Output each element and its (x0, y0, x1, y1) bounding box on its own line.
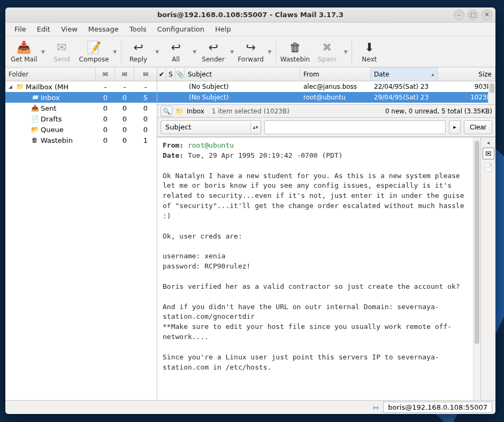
sender-button[interactable]: ↩Sender (198, 38, 228, 66)
folder-row-sent[interactable]: 📤Sent000 (5, 103, 157, 113)
col-mark[interactable]: ✔ (157, 67, 166, 81)
msg-date: 22/04/95(Sat) 23 (371, 83, 438, 90)
col-size[interactable]: Size (438, 67, 495, 81)
folder-count: 0 (134, 115, 157, 123)
folder-row-wastebin[interactable]: 🗑Wastebin001 (5, 135, 157, 145)
minimize-button[interactable]: – (454, 10, 464, 20)
folder-row-queue[interactable]: 📂Queue000 (5, 124, 157, 135)
toolbar-button-label: Wastebin (280, 56, 310, 63)
toolbar-separator (352, 41, 352, 63)
col-attachment-icon[interactable]: 📎 (175, 67, 185, 81)
toolbar-separator (121, 41, 121, 63)
folder-name: Mailbox (MH (26, 83, 68, 91)
toolbar-dropdown-arrow[interactable]: ▼ (228, 38, 236, 66)
side-tab-text[interactable]: ✉ (483, 148, 494, 159)
folder-count: 0 (96, 136, 115, 144)
menu-view[interactable]: View (56, 24, 82, 35)
get-mail-button[interactable]: 📥Get Mail (9, 38, 40, 66)
from-value: root@ubuntu (188, 141, 234, 149)
message-view-wrap: From: root@ubuntu Date: Tue, 29 Apr 1995… (157, 137, 495, 400)
side-tab-prev[interactable]: ◂ (487, 140, 490, 145)
message-list-scrollbar[interactable] (488, 81, 495, 104)
toolbar-dropdown-arrow[interactable]: ▼ (154, 38, 161, 66)
next-button[interactable]: ⬇Next (354, 38, 384, 66)
toolbar-dropdown-arrow[interactable]: ▼ (191, 38, 198, 66)
send-button: ✉Send (47, 38, 77, 66)
info-folder-label: Inbox (187, 108, 204, 115)
folder-icon: 📁 (175, 108, 184, 115)
folder-col-total-icon[interactable]: ✉ (134, 67, 157, 81)
folder-icon: 📂 (31, 126, 39, 133)
folder-col-unread-icon[interactable]: ✉ (115, 67, 134, 81)
menubar: File Edit View Message Tools Configurati… (5, 22, 495, 36)
menu-tools[interactable]: Tools (125, 24, 151, 35)
maximize-button[interactable]: □ (468, 10, 478, 20)
search-field-select[interactable]: Subject ▴▾ (161, 120, 261, 134)
search-expand-button[interactable]: ▸ (449, 120, 461, 134)
reply-button[interactable]: ↩Reply (124, 38, 154, 66)
msg-from: root@ubuntu (300, 94, 371, 101)
folder-name: Queue (41, 126, 64, 134)
message-list: (No Subject)alec@janus.boss22/04/95(Sat)… (157, 81, 495, 105)
folder-header-label[interactable]: Folder (5, 67, 96, 81)
clear-button[interactable]: Clear (464, 120, 492, 134)
toolbar-dropdown-arrow[interactable]: ▼ (111, 38, 119, 66)
message-side-tabs: ◂ ✉ 📄 (480, 137, 495, 400)
toolbar-button-label: All (172, 56, 180, 63)
account-selector[interactable]: boris@192.168.0.108:55007 (383, 402, 492, 413)
folder-count: 0 (115, 126, 134, 134)
msg-size: 1023B (438, 94, 495, 101)
online-icon[interactable]: ⇿ (372, 403, 379, 412)
folder-count: 0 (96, 126, 115, 134)
toolbar-button-label: Compose (79, 56, 109, 63)
col-from[interactable]: From (300, 67, 371, 81)
menu-edit[interactable]: Edit (32, 24, 55, 35)
close-button[interactable]: ✕ (482, 10, 492, 20)
msg-date: 29/04/95(Sat) 23 (371, 94, 438, 101)
toolbar-button-label: Sender (202, 56, 225, 63)
col-status[interactable]: S (166, 67, 175, 81)
search-toggle-button[interactable]: 🔍 (161, 106, 172, 117)
folder-count: 0 (115, 136, 134, 144)
window-title: boris@192.168.0.108:55007 - Claws Mail 3… (157, 11, 343, 19)
folder-col-new-icon[interactable]: ✉ (96, 67, 115, 81)
from-label: From: (163, 141, 184, 149)
compose-button[interactable]: 📝Compose (77, 38, 111, 66)
wastebin-button[interactable]: 🗑Wastebin (278, 38, 312, 66)
folder-row-drafts[interactable]: 📄Drafts000 (5, 113, 157, 124)
toolbar-dropdown-arrow[interactable]: ▼ (266, 38, 273, 66)
menu-help[interactable]: Help (210, 24, 236, 35)
folder-count: 0 (96, 94, 115, 102)
side-tab-source[interactable]: 📄 (483, 162, 494, 173)
col-date[interactable]: Date▴ (371, 67, 438, 81)
message-body-scrollbar[interactable] (473, 137, 480, 400)
spam-button: ✖Spam (312, 38, 342, 66)
titlebar[interactable]: boris@192.168.0.108:55007 - Claws Mail 3… (5, 7, 495, 22)
compose-icon: 📝 (87, 41, 101, 55)
msg-subject: (No Subject) (185, 83, 300, 90)
search-row: Subject ▴▾ ▸ Clear (157, 118, 495, 137)
folder-icon: 📁 (16, 83, 24, 90)
toolbar-button-label: Forward (238, 56, 264, 63)
forward-button[interactable]: ↪Forward (236, 38, 266, 66)
folder-row-mailbox-mh[interactable]: ◢📁Mailbox (MH--- (5, 81, 157, 92)
folder-name: Sent (41, 104, 57, 112)
menu-file[interactable]: File (10, 24, 31, 35)
folder-count: 5 (134, 94, 157, 102)
folder-row-inbox[interactable]: 📨Inbox005 (5, 92, 157, 103)
expand-icon[interactable]: ◢ (9, 84, 14, 89)
toolbar-dropdown-arrow[interactable]: ▼ (40, 38, 47, 66)
message-row[interactable]: (No Subject)root@ubuntu29/04/95(Sat) 231… (157, 92, 495, 103)
all-button[interactable]: ↩All (161, 38, 191, 66)
message-text: Ok Natalyn I have a new student for you.… (163, 172, 468, 371)
search-input[interactable] (264, 120, 446, 134)
info-bar: 🔍 📁 Inbox 1 item selected (1023B) 0 new,… (157, 105, 495, 118)
toolbar-dropdown-arrow[interactable]: ▼ (342, 38, 349, 66)
message-body[interactable]: From: root@ubuntu Date: Tue, 29 Apr 1995… (157, 137, 480, 400)
statusbar: ⇿ boris@192.168.0.108:55007 (5, 400, 495, 414)
chevron-updown-icon: ▴▾ (250, 121, 260, 133)
message-row[interactable]: (No Subject)alec@janus.boss22/04/95(Sat)… (157, 81, 495, 92)
menu-configuration[interactable]: Configuration (152, 24, 209, 35)
menu-message[interactable]: Message (83, 24, 124, 35)
col-subject[interactable]: Subject (185, 67, 300, 81)
